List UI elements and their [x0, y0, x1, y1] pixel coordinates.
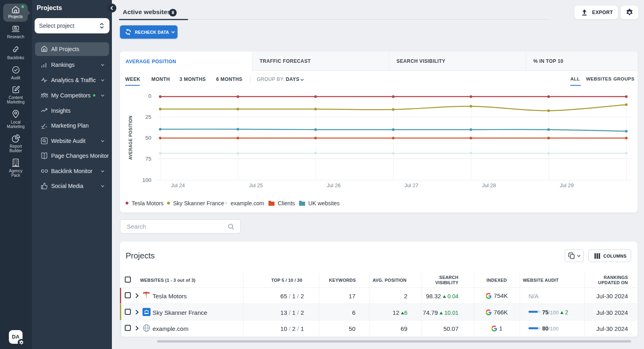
svg-text:Jul 29: Jul 29: [560, 182, 574, 188]
svg-text:25: 25: [145, 114, 151, 120]
svg-text:100: 100: [142, 177, 151, 183]
svg-text:75: 75: [145, 156, 151, 162]
svg-text:Jul 26: Jul 26: [327, 182, 341, 188]
svg-text:Jul 25: Jul 25: [249, 182, 263, 188]
svg-text:50: 50: [145, 135, 151, 141]
svg-text:Jul 24: Jul 24: [171, 182, 185, 188]
svg-text:Jul 27: Jul 27: [405, 182, 419, 188]
svg-text:0: 0: [148, 93, 151, 99]
svg-text:AVERAGE POSITION: AVERAGE POSITION: [128, 116, 133, 160]
svg-text:Jul 28: Jul 28: [482, 182, 496, 188]
